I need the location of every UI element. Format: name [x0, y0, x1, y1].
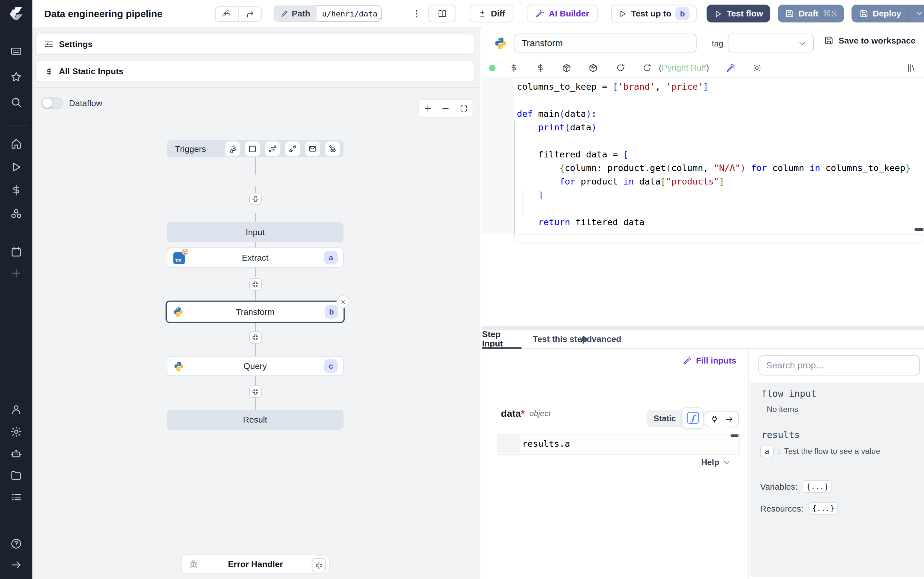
wand-icon [535, 9, 545, 18]
add-step-button[interactable] [249, 331, 261, 343]
editor-hscrollbar-thumb[interactable] [915, 228, 923, 231]
all-static-inputs-card[interactable]: All Static Inputs [36, 61, 474, 82]
tag-select[interactable] [728, 34, 814, 52]
home-icon[interactable] [10, 137, 22, 150]
schedule-trigger-icon[interactable] [245, 142, 260, 157]
save-icon [785, 9, 794, 18]
tab-step-input[interactable]: Step Input [482, 330, 521, 349]
settings-card[interactable]: Settings [36, 34, 474, 55]
add-error-handler-button[interactable] [312, 558, 326, 572]
resources-boxes-icon[interactable] [10, 208, 22, 220]
add-step-button[interactable] [249, 386, 261, 398]
arrow-right-icon[interactable] [725, 414, 733, 423]
collapse-arrow-icon[interactable] [10, 559, 22, 571]
keyboard-icon[interactable] [10, 45, 22, 57]
variables-dollar-icon[interactable] [10, 184, 22, 196]
folders-icon[interactable] [10, 469, 22, 481]
path-chip[interactable]: Path [274, 5, 317, 21]
expression-editor[interactable]: results.a [497, 434, 740, 455]
package-icon-2[interactable] [588, 63, 598, 73]
fit-view-button[interactable] [460, 104, 468, 113]
resources-row[interactable]: Resources: {...} [760, 502, 924, 515]
help-toggle[interactable]: Help [701, 457, 730, 467]
results-section-label[interactable]: results [761, 430, 924, 440]
input-node[interactable]: Input [167, 222, 343, 242]
reload-icon-2[interactable] [642, 63, 652, 73]
static-mode-label[interactable]: Static [653, 414, 676, 423]
add-plus-icon[interactable] [10, 267, 22, 279]
panel-resizer[interactable] [482, 326, 924, 330]
query-node-label: Query [243, 361, 267, 371]
flow-input-section-label[interactable]: flow_input [761, 388, 924, 399]
logs-list-icon[interactable] [10, 491, 22, 503]
help-icon[interactable] [10, 537, 22, 550]
test-up-to-button[interactable]: Test up to b [611, 5, 697, 23]
extract-node[interactable]: TS Extract a [167, 247, 343, 267]
static-inputs-icon-2[interactable] [536, 63, 545, 73]
windmill-logo[interactable] [8, 6, 24, 21]
remove-step-button[interactable] [336, 295, 349, 308]
redo-button[interactable] [238, 7, 261, 21]
expression-value: results.a [522, 438, 570, 449]
user-icon[interactable] [10, 403, 22, 415]
ai-builder-button[interactable]: AI Builder [527, 5, 597, 23]
save-to-workspace-button[interactable]: Save to workspace [824, 36, 915, 46]
zoom-out-button[interactable] [441, 104, 450, 113]
tag-label: tag [712, 39, 723, 48]
deploy-button[interactable]: Deploy [851, 5, 909, 23]
javascript-mode-button[interactable]: ƒ [682, 407, 704, 429]
test-flow-button[interactable]: Test flow [707, 5, 770, 23]
webhook-trigger-icon[interactable] [225, 142, 240, 157]
reload-icon[interactable] [615, 63, 625, 73]
extract-node-label: Extract [242, 253, 268, 262]
websocket-trigger-icon[interactable] [285, 142, 300, 157]
tab-advanced[interactable]: Advanced [575, 330, 627, 347]
draft-label: Draft [798, 9, 818, 18]
kebab-menu[interactable] [410, 8, 422, 20]
code-editor[interactable]: columns_to_keep = ['brand', 'price']def … [482, 77, 924, 234]
fill-inputs-label: Fill inputs [696, 356, 736, 365]
draft-button[interactable]: Draft ⌘S [778, 5, 844, 23]
editor-settings-gear-icon[interactable] [752, 63, 762, 73]
docs-book-button[interactable] [428, 5, 456, 23]
plug-icon[interactable] [710, 414, 719, 423]
add-step-button[interactable] [249, 193, 261, 205]
result-key-badge[interactable]: a [760, 445, 774, 457]
ai-wand-icon[interactable] [725, 63, 735, 73]
runs-play-icon[interactable] [10, 161, 22, 173]
star-icon[interactable] [10, 70, 22, 83]
schedules-calendar-icon[interactable] [10, 246, 22, 258]
result-item[interactable]: a : Test the flow to see a value [760, 445, 924, 457]
search-icon[interactable] [10, 96, 22, 108]
variables-value-badge[interactable]: {...} [803, 480, 832, 492]
search-prop-input[interactable]: Search prop... [759, 355, 920, 375]
result-node[interactable]: Result [167, 410, 343, 430]
email-trigger-icon[interactable] [305, 142, 320, 157]
undo-redo-group [215, 7, 261, 22]
static-inputs-icon[interactable] [509, 63, 519, 73]
settings-gear-icon[interactable] [10, 425, 22, 438]
route-trigger-icon[interactable] [265, 142, 280, 157]
resources-value-badge[interactable]: {...} [809, 502, 838, 515]
variables-row[interactable]: Variables: {...} [760, 480, 924, 492]
python-icon [173, 361, 184, 372]
undo-button[interactable] [216, 7, 238, 21]
add-step-button[interactable] [249, 278, 261, 290]
bug-icon [189, 559, 199, 569]
zoom-in-button[interactable] [424, 104, 432, 113]
path-input[interactable]: u/henri/data_ [316, 5, 382, 21]
deploy-dropdown-button[interactable] [909, 5, 924, 23]
transform-node-selected[interactable]: Transform b [165, 301, 344, 323]
diff-button[interactable]: Diff [470, 5, 513, 23]
triggers-node[interactable]: Triggers [167, 140, 343, 157]
step-name-input[interactable]: Transform [514, 34, 696, 52]
error-handler-node[interactable]: Error Handler [181, 554, 330, 573]
workers-robot-icon[interactable] [10, 447, 22, 460]
dataflow-toggle[interactable] [41, 97, 63, 109]
poll-trigger-icon[interactable] [325, 142, 340, 157]
package-icon[interactable] [562, 63, 571, 73]
fill-inputs-button[interactable]: Fill inputs [682, 356, 736, 365]
deploy-button-group: Deploy [851, 5, 924, 23]
library-icon[interactable] [906, 63, 916, 73]
query-node[interactable]: Query c [167, 356, 343, 376]
